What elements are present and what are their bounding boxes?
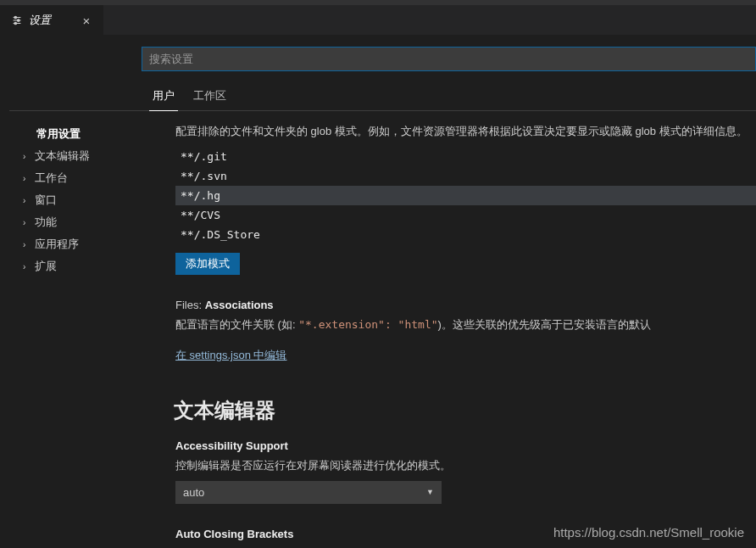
watermark: https://blog.csdn.net/Smell_rookie [553, 525, 744, 540]
chevron-right-icon: › [23, 262, 33, 271]
setting-desc: 控制编辑器是否应运行在对屏幕阅读器进行优化的模式。 [175, 457, 756, 474]
accessibility-select[interactable]: auto ▼ [175, 481, 442, 504]
chevron-right-icon: › [23, 240, 33, 249]
pattern-item[interactable]: **/CVS [175, 205, 756, 225]
pattern-list: **/.git **/.svn **/.hg **/CVS **/.DS_Sto… [175, 147, 756, 244]
svg-point-5 [14, 22, 17, 25]
desc-post: )。这些关联的优先级高于已安装语言的默认 [438, 318, 651, 331]
scope-tab-workspace[interactable]: 工作区 [190, 81, 230, 110]
chevron-right-icon: › [23, 174, 33, 183]
heading-prefix: Files: [175, 299, 202, 311]
sidebar-item-label: 扩展 [35, 259, 57, 274]
heading-name: Accessibility Support [175, 439, 288, 452]
sidebar-item-label: 文本编辑器 [35, 148, 90, 164]
setting-accessibility-support: Accessibility Support 控制编辑器是否应运行在对屏幕阅读器进… [162, 438, 756, 514]
setting-desc: 控制编辑器是否应在左括号后自动插入右括号 [175, 545, 756, 549]
search-input[interactable] [142, 47, 756, 71]
setting-desc: 配置语言的文件关联 (如: "*.extension": "html")。这些关… [175, 316, 756, 333]
svg-point-1 [14, 16, 17, 19]
sidebar-item-label: 工作台 [35, 171, 68, 186]
tabbar: 设置 × [0, 5, 756, 35]
code-sample: "*.extension": "html" [298, 318, 437, 331]
close-icon[interactable]: × [80, 14, 93, 27]
select-value: auto [183, 486, 204, 499]
sidebar-item-extensions[interactable]: › 扩展 [9, 255, 162, 277]
heading-name: Auto Closing Brackets [175, 528, 293, 540]
sidebar-item-label: 功能 [35, 215, 57, 230]
chevron-right-icon: › [23, 218, 33, 227]
chevron-down-icon: ▼ [426, 488, 434, 496]
sidebar-item-application[interactable]: › 应用程序 [9, 233, 162, 255]
settings-tab-icon [10, 14, 24, 27]
edit-in-json-link[interactable]: 在 settings.json 中编辑 [175, 348, 287, 363]
sidebar-item-text-editor[interactable]: › 文本编辑器 [9, 145, 162, 167]
desc-pre: 配置语言的文件关联 (如: [175, 318, 298, 331]
tab-settings[interactable]: 设置 × [0, 5, 103, 35]
setting-heading: Files: Associations [175, 299, 756, 311]
settings-sidebar: 常用设置 › 文本编辑器 › 工作台 › 窗口 › 功能 [9, 111, 162, 548]
setting-files-exclude: 配置排除的文件和文件夹的 glob 模式。例如，文件资源管理器将根据此设置决定要… [162, 121, 756, 285]
sidebar-item-label: 常用设置 [36, 126, 81, 142]
left-gutter [0, 35, 9, 548]
svg-point-3 [17, 20, 19, 22]
sidebar-item-workbench[interactable]: › 工作台 [9, 167, 162, 189]
add-pattern-button[interactable]: 添加模式 [175, 253, 240, 275]
scope-tab-user[interactable]: 用户 [149, 81, 178, 111]
chevron-right-icon: › [23, 196, 33, 205]
pattern-item[interactable]: **/.DS_Store [175, 225, 756, 244]
sidebar-item-label: 窗口 [35, 193, 57, 208]
tab-title: 设置 [29, 13, 51, 28]
settings-content[interactable]: 配置排除的文件和文件夹的 glob 模式。例如，文件资源管理器将根据此设置决定要… [162, 111, 756, 548]
setting-desc: 配置排除的文件和文件夹的 glob 模式。例如，文件资源管理器将根据此设置决定要… [175, 123, 756, 140]
sidebar-item-window[interactable]: › 窗口 [9, 189, 162, 211]
pattern-item[interactable]: **/.svn [175, 166, 756, 186]
pattern-item[interactable]: **/.git [175, 147, 756, 166]
sidebar-item-features[interactable]: › 功能 [9, 211, 162, 233]
pattern-item[interactable]: **/.hg [175, 186, 756, 205]
setting-heading: Accessibility Support [175, 439, 756, 452]
section-title-text-editor: 文本编辑器 [174, 397, 756, 424]
chevron-right-icon: › [23, 152, 33, 161]
setting-files-associations: Files: Associations 配置语言的文件关联 (如: "*.ext… [162, 297, 756, 374]
sidebar-item-label: 应用程序 [35, 237, 79, 252]
heading-name: Associations [205, 299, 274, 311]
scope-tabs: 用户 工作区 [9, 81, 756, 111]
sidebar-item-common[interactable]: 常用设置 [9, 123, 162, 145]
